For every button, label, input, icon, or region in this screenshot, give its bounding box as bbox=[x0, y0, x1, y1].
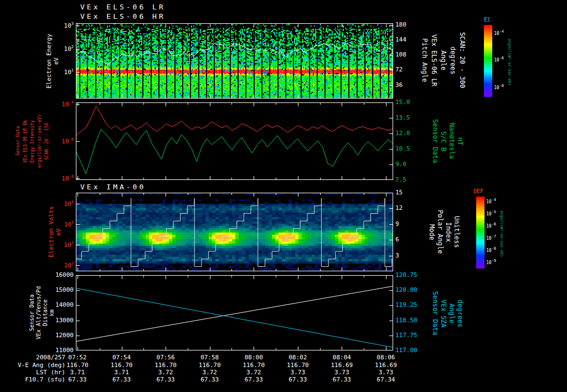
ima-y-axis-label: Electron Volts eV bbox=[48, 193, 62, 271]
time-tick-label: 08:02 bbox=[288, 354, 307, 361]
axis-label-line: eV bbox=[53, 23, 60, 99]
els-right-axis-label: Pitch Angle VEx ELS-06 LR Angle degrees … bbox=[420, 19, 467, 102]
right-axis-tick-label: 12 bbox=[395, 204, 403, 212]
axis-label-line: VEx ELS-06 LR bbox=[429, 19, 439, 102]
table-value: 3.71 bbox=[114, 369, 129, 376]
y-axis-tick-label: 102 bbox=[64, 45, 74, 53]
table-row-label: F10.7 (sfu) bbox=[25, 376, 65, 383]
table-row-label: V-E Ang (deg) bbox=[18, 362, 65, 369]
colorbar-tick-label: 10-6 bbox=[494, 56, 504, 63]
y-axis-tick-label: 11000 bbox=[55, 347, 74, 354]
colorbar-tick-label: 10-8 bbox=[486, 246, 496, 253]
axis-label-line: Electron Energy bbox=[45, 23, 53, 99]
y-axis-tick-label: 103 bbox=[64, 220, 74, 228]
right-axis-tick-label: 117.00 bbox=[395, 347, 417, 354]
right-axis-tick-label: 3 bbox=[395, 252, 399, 259]
colorbar-tick-label: 10-8 bbox=[494, 84, 504, 90]
y-axis-tick-label: 10-8 bbox=[61, 174, 74, 182]
y-axis-tick-label: 103 bbox=[64, 22, 74, 29]
colorbar-tick-label: 10-4 bbox=[486, 198, 496, 204]
colorbar-tick-label: 10-7 bbox=[486, 234, 496, 241]
y-axis-tick-label: 102 bbox=[64, 241, 74, 249]
axis-label-line: VEx ELS-06 LR Bk bbox=[22, 102, 29, 180]
right-axis-tick-label: 180 bbox=[395, 21, 406, 28]
table-value: 67.33 bbox=[112, 376, 131, 383]
axis-label-line: Angle bbox=[439, 19, 448, 102]
altitude-y-axis-label: Sensor Data VEx Alt/Venus/Pd Distance km bbox=[29, 275, 55, 350]
ima-right-axis-label: Mode Polar Angle Index Unitless bbox=[427, 194, 461, 270]
bfield-right-axis-label: Sensor Data S/C B Nanotesla nT bbox=[431, 104, 464, 178]
axis-label-line: SCAN: 20 - 150 bbox=[43, 102, 50, 180]
table-value: 3.73 bbox=[334, 369, 349, 376]
axis-label-line: Sensor Data bbox=[431, 104, 439, 178]
altitude-sza-panel bbox=[76, 275, 393, 350]
els-colorbar-title: El bbox=[484, 17, 491, 23]
axis-label-line: Energy Intensity bbox=[29, 102, 36, 180]
colorbar-tick-label: 10-4 bbox=[494, 29, 504, 36]
axis-label-line: Pitch Angle bbox=[420, 19, 429, 102]
title-els-hr: VEx ELS-06 HR bbox=[80, 12, 166, 20]
ima-colorbar bbox=[476, 197, 484, 269]
right-axis-tick-label: 10.5 bbox=[395, 145, 410, 152]
ima-spectrogram-panel bbox=[76, 193, 393, 271]
title-els-lr: VEx ELS-06 LR bbox=[80, 3, 166, 11]
right-axis-tick-label: 15 bbox=[395, 189, 403, 196]
axis-label-line: nT bbox=[456, 104, 464, 178]
axis-label-line: Sensor Data bbox=[29, 275, 35, 350]
time-tick-label: 08:06 bbox=[377, 354, 395, 361]
axis-label-line: eV bbox=[55, 193, 62, 271]
y-axis-tick-label: 13000 bbox=[55, 317, 74, 324]
axis-label-line: S/C B bbox=[439, 104, 447, 178]
table-value: 116.70 bbox=[111, 362, 133, 369]
right-axis-tick-label: 9 bbox=[395, 220, 399, 228]
table-value: 67.33 bbox=[200, 376, 219, 383]
table-row-label: LST (hr) bbox=[36, 369, 65, 376]
axis-label-line: VEx Alt/Venus/Pd bbox=[35, 275, 42, 350]
axis-label-line: SCAN: 20 - 300 bbox=[457, 19, 467, 102]
axis-label-line: Nanotesla bbox=[447, 104, 456, 178]
table-value: 3.72 bbox=[246, 369, 261, 376]
axis-label-line: Electron Volts bbox=[48, 193, 55, 271]
colorbar-tick-label: 10-6 bbox=[486, 222, 496, 229]
y-axis-tick-label: 16000 bbox=[55, 271, 74, 278]
y-axis-tick-label: 15000 bbox=[55, 286, 74, 293]
table-value: 116.70 bbox=[243, 362, 265, 369]
table-value: 116.70 bbox=[154, 362, 177, 369]
right-axis-tick-label: 120.00 bbox=[395, 286, 417, 293]
els-y-axis-label: Electron Energy eV bbox=[45, 23, 60, 99]
right-axis-tick-label: 6 bbox=[395, 236, 399, 243]
time-tick-label: 08:00 bbox=[245, 354, 263, 361]
right-axis-tick-label: 118.50 bbox=[395, 317, 417, 324]
axis-label-line: ergs/(cm²-sr-sec-eV) bbox=[36, 102, 43, 180]
axis-label-line: Distance bbox=[42, 275, 49, 350]
y-axis-tick-label: 101 bbox=[64, 68, 74, 76]
right-axis-tick-label: 108 bbox=[395, 51, 406, 58]
y-axis-tick-label: 10-4 bbox=[61, 100, 74, 108]
y-axis-tick-label: 14000 bbox=[55, 301, 74, 308]
right-axis-tick-label: 120.75 bbox=[395, 271, 417, 278]
right-axis-tick-label: 13.5 bbox=[395, 114, 410, 121]
table-value: 116.69 bbox=[375, 362, 397, 369]
ima-colorbar-units: ergs/(cm²-sr-sec-eV) bbox=[499, 195, 504, 272]
table-value: 3.72 bbox=[158, 369, 173, 376]
table-value: 116.70 bbox=[66, 362, 89, 369]
time-tick-label: 08:04 bbox=[333, 354, 351, 361]
date-label: 2008/257 bbox=[36, 354, 65, 361]
table-value: 3.72 bbox=[202, 369, 217, 376]
intensity-y-axis-label: Sensor Data VEx ELS-06 LR Bk Energy Inte… bbox=[14, 102, 50, 180]
y-axis-tick-label: 12000 bbox=[55, 332, 74, 339]
axis-label-line: degrees bbox=[456, 277, 464, 350]
table-value: 67.33 bbox=[68, 376, 86, 383]
right-axis-tick-label: 12.0 bbox=[395, 130, 410, 137]
axis-label-line: Mode bbox=[427, 194, 436, 270]
table-value: 116.70 bbox=[199, 362, 221, 369]
table-value: 3.71 bbox=[70, 369, 85, 376]
els-colorbar bbox=[484, 25, 492, 97]
axis-label-line: Polar Angle bbox=[436, 194, 444, 270]
time-tick-label: 07:54 bbox=[112, 354, 131, 361]
right-axis-tick-label: 36 bbox=[395, 81, 403, 89]
colorbar-tick-label: 10-9 bbox=[486, 259, 496, 265]
time-tick-label: 07:52 bbox=[68, 354, 86, 361]
intensity-bfield-panel bbox=[76, 102, 393, 180]
ima-colorbar-title: DEF bbox=[473, 188, 483, 194]
